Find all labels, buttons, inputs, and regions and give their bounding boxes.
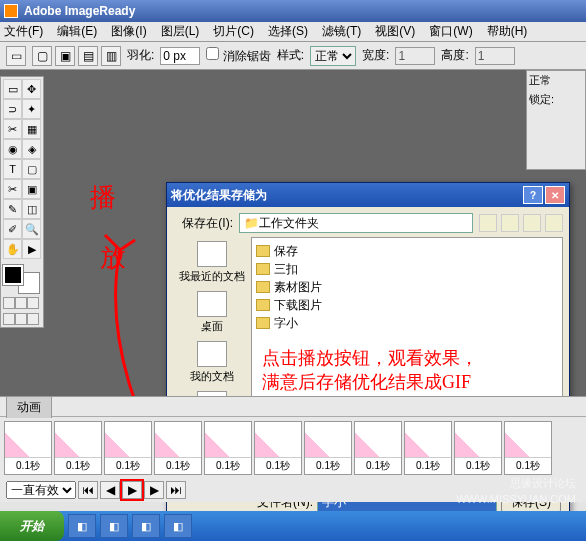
- marquee-tool[interactable]: ▭: [3, 79, 22, 99]
- folder-icon: [256, 245, 270, 257]
- frame-item[interactable]: 0.1秒: [154, 421, 202, 475]
- selmode-int-icon[interactable]: ▥: [101, 46, 121, 66]
- menu-image[interactable]: 图像(I): [111, 23, 146, 40]
- slice-tool[interactable]: ✂: [3, 119, 22, 139]
- antialias-checkbox[interactable]: 消除锯齿: [206, 47, 270, 65]
- prev-frame-button[interactable]: ◀: [100, 481, 120, 499]
- up-icon[interactable]: [501, 214, 519, 232]
- recent-icon: [197, 241, 227, 267]
- menu-view[interactable]: 视图(V): [375, 23, 415, 40]
- jump-icon[interactable]: [3, 313, 15, 325]
- menu-file[interactable]: 文件(F): [4, 23, 43, 40]
- frame-item[interactable]: 0.1秒: [54, 421, 102, 475]
- list-item[interactable]: 字小: [256, 314, 558, 332]
- eyedropper-tool[interactable]: ✐: [3, 219, 22, 239]
- folder-icon: [256, 281, 270, 293]
- dialog-titlebar[interactable]: 将优化结果存储为 ? ✕: [167, 183, 569, 207]
- start-button[interactable]: 开始: [0, 511, 64, 541]
- hand-tool[interactable]: ✋: [3, 239, 22, 259]
- viewmenu-icon[interactable]: [545, 214, 563, 232]
- place-recent[interactable]: 我最近的文档: [173, 237, 251, 287]
- selmode-new-icon[interactable]: ▢: [32, 46, 52, 66]
- mydocs-icon: [197, 341, 227, 367]
- menu-edit[interactable]: 编辑(E): [57, 23, 97, 40]
- dialog-help-button[interactable]: ?: [523, 186, 543, 204]
- menubar: 文件(F) 编辑(E) 图像(I) 图层(L) 切片(C) 选择(S) 滤镜(T…: [0, 22, 586, 42]
- dialog-title: 将优化结果存储为: [171, 187, 267, 204]
- move-tool[interactable]: ✥: [22, 79, 41, 99]
- menu-slices[interactable]: 切片(C): [213, 23, 254, 40]
- type-tool[interactable]: T: [3, 159, 22, 179]
- height-label: 高度:: [441, 47, 468, 64]
- frame-item[interactable]: 0.1秒: [454, 421, 502, 475]
- play-button[interactable]: ▶: [122, 481, 142, 499]
- list-item[interactable]: 保存: [256, 242, 558, 260]
- last-frame-button[interactable]: ⏭: [166, 481, 186, 499]
- marquee-tool-icon[interactable]: ▭: [6, 46, 26, 66]
- eraser-tool[interactable]: ◫: [22, 199, 41, 219]
- list-item[interactable]: 下载图片: [256, 296, 558, 314]
- height-input[interactable]: [475, 47, 515, 65]
- frame-item[interactable]: 0.1秒: [354, 421, 402, 475]
- feather-input[interactable]: [160, 47, 200, 65]
- wand-tool[interactable]: ✦: [22, 99, 41, 119]
- menu-filter[interactable]: 滤镜(T): [322, 23, 361, 40]
- menu-select[interactable]: 选择(S): [268, 23, 308, 40]
- quickmask-icon[interactable]: [3, 297, 15, 309]
- first-frame-button[interactable]: ⏮: [78, 481, 98, 499]
- app-title: Adobe ImageReady: [24, 4, 135, 18]
- imagemap-tool[interactable]: ◉: [3, 139, 22, 159]
- paint-tool[interactable]: ✎: [3, 199, 22, 219]
- preview-tool[interactable]: ▶: [22, 239, 41, 259]
- zoom-tool[interactable]: 🔍: [22, 219, 41, 239]
- slice-select-tool[interactable]: ▦: [22, 119, 41, 139]
- task-item[interactable]: ◧: [164, 514, 192, 538]
- frame-item[interactable]: 0.1秒: [204, 421, 252, 475]
- place-mydocs[interactable]: 我的文档: [173, 337, 251, 387]
- width-input[interactable]: [395, 47, 435, 65]
- task-item[interactable]: ◧: [68, 514, 96, 538]
- list-item[interactable]: 素材图片: [256, 278, 558, 296]
- loop-select[interactable]: 一直有效: [6, 481, 76, 499]
- selmode-sub-icon[interactable]: ▤: [78, 46, 98, 66]
- jump3-icon[interactable]: [27, 313, 39, 325]
- color-swatches[interactable]: [3, 265, 41, 293]
- selmode-add-icon[interactable]: ▣: [55, 46, 75, 66]
- task-item[interactable]: ◧: [132, 514, 160, 538]
- file-list[interactable]: 保存 三扣 素材图片 下载图片 字小 点击播放按钮，观看效果， 满意后存储优化结…: [251, 237, 563, 419]
- frame-item[interactable]: 0.1秒: [404, 421, 452, 475]
- frame-item[interactable]: 0.1秒: [4, 421, 52, 475]
- newfolder-icon[interactable]: [523, 214, 541, 232]
- tab-animation[interactable]: 动画: [6, 396, 52, 418]
- frame-item[interactable]: 0.1秒: [504, 421, 552, 475]
- tab-tool[interactable]: ▣: [22, 179, 41, 199]
- taskbar: 开始 ◧ ◧ ◧ ◧: [0, 511, 586, 541]
- blend-mode[interactable]: 正常: [529, 73, 583, 88]
- layers-panel: 正常 锁定:: [526, 70, 586, 170]
- fg-color-swatch[interactable]: [3, 265, 23, 285]
- savein-label: 保存在(I):: [173, 215, 233, 232]
- screenmode-icon[interactable]: [15, 297, 27, 309]
- style-select[interactable]: 正常: [310, 46, 356, 66]
- next-frame-button[interactable]: ▶: [144, 481, 164, 499]
- back-icon[interactable]: [479, 214, 497, 232]
- shape-tool[interactable]: ▢: [22, 159, 41, 179]
- width-label: 宽度:: [362, 47, 389, 64]
- savein-combo[interactable]: 📁 工作文件夹: [239, 213, 473, 233]
- crop-tool[interactable]: ✂: [3, 179, 22, 199]
- frame-item[interactable]: 0.1秒: [104, 421, 152, 475]
- menu-help[interactable]: 帮助(H): [487, 23, 528, 40]
- menu-window[interactable]: 窗口(W): [429, 23, 472, 40]
- titlebar: Adobe ImageReady: [0, 0, 586, 22]
- task-item[interactable]: ◧: [100, 514, 128, 538]
- screenmode2-icon[interactable]: [27, 297, 39, 309]
- place-desktop[interactable]: 桌面: [173, 287, 251, 337]
- frame-item[interactable]: 0.1秒: [254, 421, 302, 475]
- jump2-icon[interactable]: [15, 313, 27, 325]
- lasso-tool[interactable]: ⊃: [3, 99, 22, 119]
- menu-layer[interactable]: 图层(L): [161, 23, 200, 40]
- frame-item[interactable]: 0.1秒: [304, 421, 352, 475]
- list-item[interactable]: 三扣: [256, 260, 558, 278]
- imagemap-select-tool[interactable]: ◈: [22, 139, 41, 159]
- dialog-close-button[interactable]: ✕: [545, 186, 565, 204]
